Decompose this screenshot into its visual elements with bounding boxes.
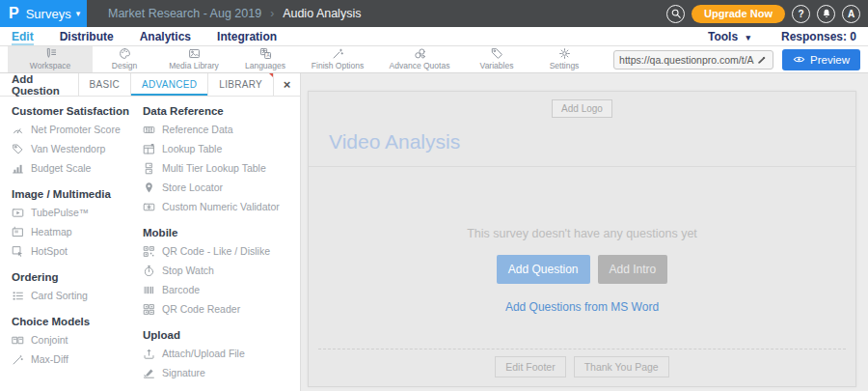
preview-button[interactable]: Preview: [782, 49, 860, 70]
barcode-icon: [143, 284, 155, 296]
breadcrumb: Market Research - Aug 2019 › Audio Analy…: [108, 7, 361, 20]
toolbar-item-settings[interactable]: Settings: [530, 46, 598, 72]
item-label: Max-Diff: [31, 353, 68, 365]
notification-flag-icon: [269, 73, 273, 77]
question-type-hotspot[interactable]: HotSpot: [12, 241, 143, 261]
add-logo-button[interactable]: Add Logo: [552, 99, 612, 118]
section-heading: Image / Multimedia: [12, 188, 143, 200]
design-palette-icon: [118, 47, 132, 60]
question-type-list: Customer Satisfaction Net Promoter Score…: [0, 97, 300, 391]
tab-library-label: LIBRARY: [219, 79, 262, 90]
question-type-van-westendorp[interactable]: Van Westendorp: [12, 139, 143, 158]
edit-pencil-icon[interactable]: [757, 54, 768, 65]
notifications-button[interactable]: [817, 5, 835, 23]
add-intro-button[interactable]: Add Intro: [598, 255, 668, 284]
item-label: Signature: [162, 367, 205, 378]
item-label: Custom Numeric Validator: [162, 201, 280, 212]
item-label: Multi Tier Lookup Table: [162, 162, 266, 174]
toolbar-label: Workspace: [30, 61, 70, 70]
tab-basic[interactable]: BASIC: [78, 73, 131, 96]
tab-advanced[interactable]: ADVANCED: [130, 73, 207, 96]
thank-you-page-button[interactable]: Thank You Page: [574, 356, 669, 377]
item-label: QR Code - Like / Dislike: [162, 245, 270, 257]
survey-url-field[interactable]: https://qa.questionpro.com/t/APNrfZf3j: [613, 50, 773, 70]
section-heading: Mobile: [143, 227, 296, 238]
question-type-signature[interactable]: Signature: [143, 363, 296, 382]
upgrade-now-button[interactable]: Upgrade Now: [692, 5, 785, 23]
question-type-lookup-table[interactable]: Lookup Table: [143, 139, 296, 158]
finish-options-wand-icon: [331, 47, 345, 60]
item-label: Store Locator: [162, 182, 223, 193]
question-type-barcode[interactable]: Barcode: [143, 280, 296, 299]
surveys-product-menu[interactable]: P Surveys ▾: [0, 0, 87, 27]
question-type-qr-code-like-dislike[interactable]: QR Code - Like / Dislike: [143, 241, 296, 261]
account-avatar[interactable]: A: [842, 5, 860, 23]
toolbar-item-languages[interactable]: A Languages: [231, 46, 299, 72]
item-label: Stop Watch: [162, 265, 214, 276]
question-type-attach-upload-file[interactable]: Attach/Upload File: [143, 344, 296, 363]
item-label: HotSpot: [31, 245, 68, 257]
toolbar-label: Finish Options: [312, 61, 364, 70]
question-type-tubepulse[interactable]: TubePulse™: [12, 203, 143, 222]
search-button[interactable]: [666, 5, 685, 23]
nav-tab-edit[interactable]: Edit: [12, 29, 34, 43]
avatar-initial: A: [848, 9, 854, 19]
question-type-net-promoter-score[interactable]: Net Promoter Score: [12, 120, 143, 139]
toolbar-item-advance-quotas[interactable]: Advance Quotas: [376, 46, 463, 72]
toolbar-label: Advance Quotas: [390, 61, 450, 70]
question-type-stop-watch[interactable]: Stop Watch: [143, 261, 296, 280]
abacus-icon: [143, 124, 155, 136]
edit-footer-button[interactable]: Edit Footer: [495, 356, 565, 377]
help-button[interactable]: ?: [792, 5, 810, 23]
question-type-conjoint[interactable]: Conjoint: [12, 330, 143, 349]
gauge-icon: [12, 124, 24, 136]
survey-page-footer: Edit Footer Thank You Page: [318, 349, 846, 386]
toolbar-item-workspace[interactable]: Workspace: [8, 46, 93, 72]
survey-title[interactable]: Video Analysis: [309, 118, 855, 167]
question-type-custom-numeric-validator[interactable]: Custom Numeric Validator: [143, 197, 296, 216]
question-type-reference-data[interactable]: Reference Data: [143, 120, 296, 139]
tools-menu[interactable]: Tools ▾: [708, 30, 750, 43]
item-label: Barcode: [162, 284, 200, 295]
question-type-store-locator[interactable]: Store Locator: [143, 178, 296, 197]
section-heading: Customer Satisfaction: [12, 105, 143, 117]
breadcrumb-folder[interactable]: Market Research - Aug 2019: [108, 7, 261, 20]
responses-count[interactable]: Responses: 0: [781, 30, 856, 43]
product-name: Surveys: [26, 7, 71, 21]
stacked-tiers-icon: [143, 162, 155, 175]
question-type-multi-tier-lookup-table[interactable]: Multi Tier Lookup Table: [143, 158, 296, 178]
numeric-validator-icon: [143, 201, 155, 213]
question-type-max-diff[interactable]: Max-Diff: [12, 349, 143, 369]
nav-tab-distribute[interactable]: Distribute: [60, 29, 114, 43]
question-type-heatmap[interactable]: Heatmap: [12, 222, 143, 241]
advance-quotas-icon: [413, 47, 427, 60]
workspace-icon: [43, 47, 58, 60]
top-navbar: P Surveys ▾ Market Research - Aug 2019 ›…: [0, 0, 868, 27]
toolbar-right: https://qa.questionpro.com/t/APNrfZf3j P…: [613, 46, 868, 72]
tab-library[interactable]: LIBRARY: [207, 73, 273, 96]
item-label: Lookup Table: [162, 143, 222, 154]
question-type-card-sorting[interactable]: Card Sorting: [12, 286, 143, 305]
toolbar-item-variables[interactable]: Variables: [463, 46, 530, 72]
toolbar-label: Settings: [550, 61, 580, 70]
question-type-budget-scale[interactable]: Budget Scale: [12, 158, 143, 178]
video-icon: [12, 207, 24, 219]
survey-page-card: Add Logo Video Analysis This survey does…: [308, 91, 856, 387]
close-panel-button[interactable]: ×: [273, 73, 300, 96]
search-icon: [670, 8, 682, 19]
add-question-button[interactable]: Add Question: [497, 255, 590, 284]
nav-tab-integration[interactable]: Integration: [217, 29, 277, 43]
bar-chart-icon: [12, 162, 24, 175]
nav-tab-analytics[interactable]: Analytics: [140, 29, 191, 43]
add-logo-row: Add Logo: [309, 92, 855, 118]
toolbar-item-design[interactable]: Design: [93, 46, 156, 72]
toolbar-item-finish-options[interactable]: Finish Options: [299, 46, 376, 72]
toolbar-item-media-library[interactable]: Media Library: [156, 46, 231, 72]
add-questions-from-ms-word-link[interactable]: Add Questions from MS Word: [505, 300, 659, 314]
toolbar-label: Design: [112, 61, 137, 70]
question-type-qr-code-reader[interactable]: QR Code Reader: [143, 299, 296, 319]
sortable-list-icon: [12, 290, 24, 302]
breadcrumb-survey-name[interactable]: Audio Analysis: [283, 7, 361, 20]
lookup-table-icon: [143, 143, 155, 155]
add-question-panel-header: Add Question BASIC ADVANCED LIBRARY ×: [0, 73, 300, 97]
